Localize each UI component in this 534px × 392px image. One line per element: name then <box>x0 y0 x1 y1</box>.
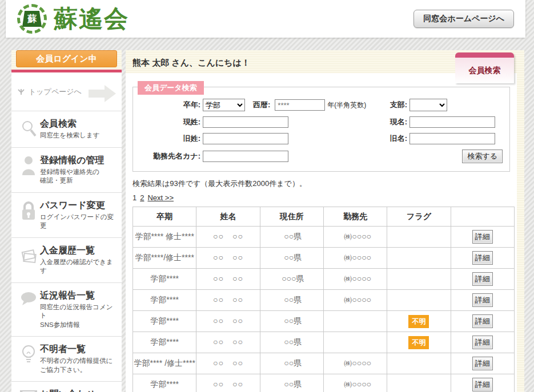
sidebar-item-title: パスワード変更 <box>40 200 105 210</box>
seireki-label: 西暦: <box>247 100 272 110</box>
cell-grad-period: 学部**** <box>133 311 196 332</box>
table-row: 学部**** 修士**** ○○ ○○ ○○県 ㈱○○○○ 詳細 <box>133 227 515 248</box>
tab-member-search[interactable]: 会員検索 <box>455 52 514 83</box>
old-surname-label: 旧姓: <box>139 134 203 144</box>
cell-flag: 不明 <box>387 332 451 353</box>
old-givenname-input[interactable] <box>409 133 495 144</box>
sidebar-item-title: お問い合わせ <box>40 389 96 392</box>
branch-select[interactable] <box>409 99 447 111</box>
sidebar: 会員ログイン中 トップページへ 会員検索 同窓生を検索します 登録情報の管理 <box>11 50 122 392</box>
site-header: 蘇 蘇遙会 同窓会ホームページへ <box>6 0 525 38</box>
unknown-flag-badge: 不明 <box>408 336 429 349</box>
sidebar-item-status-reports[interactable]: 近況報告一覧 同窓生の近況報告コメント SNS参加情報 <box>11 283 122 337</box>
cell-workplace: ㈱○○○○ <box>323 290 387 311</box>
cell-workplace: ㈱○○○○ <box>323 353 387 374</box>
cell-name: ○○ ○○ <box>196 374 260 392</box>
grad-year-input[interactable] <box>275 99 325 111</box>
page-current: 1 <box>133 193 136 202</box>
alumni-homepage-button[interactable]: 同窓会ホームページへ <box>413 10 514 28</box>
table-row: 学部**** ○○ ○○ ○○県 不明 詳細 <box>133 332 515 353</box>
workplace-kana-input[interactable] <box>203 151 288 162</box>
result-summary-text: 検索結果は93件です（最大表示件数2000件まで）。 <box>126 172 517 189</box>
next-page-link[interactable]: Next >> <box>147 193 174 202</box>
old-givenname-label: 旧名: <box>374 134 409 144</box>
cell-name: ○○ ○○ <box>196 311 260 332</box>
cell-address: ○○県 <box>260 290 323 311</box>
cell-flag <box>387 353 451 374</box>
person-icon <box>17 155 40 176</box>
lightbulb-icon <box>17 343 40 365</box>
cell-address: ○○県 <box>260 227 323 248</box>
site-logo-stamp-icon: 蘇 <box>17 4 47 34</box>
pagination: 1 2 Next >> <box>126 189 517 205</box>
cell-address: ○○県 <box>260 374 323 392</box>
results-tbody: 学部**** 修士**** ○○ ○○ ○○県 ㈱○○○○ 詳細 学部****/… <box>133 227 515 392</box>
search-submit-button[interactable]: 検索する <box>462 149 503 163</box>
lock-icon <box>17 200 40 221</box>
cell-flag <box>387 374 451 392</box>
cell-detail: 詳細 <box>451 353 514 374</box>
old-surname-input[interactable] <box>203 133 288 144</box>
login-status-badge: 会員ログイン中 <box>16 50 117 67</box>
sidebar-item-title: 不明者一覧 <box>40 344 86 354</box>
cell-grad-period: 学部****/修士**** <box>133 248 196 269</box>
cell-detail: 詳細 <box>451 269 514 290</box>
detail-button[interactable]: 詳細 <box>472 336 493 349</box>
detail-button[interactable]: 詳細 <box>472 378 493 391</box>
branch-label: 支部: <box>374 100 409 110</box>
table-row: 学部**** ○○ ○○ ○○県 ㈱○○○○ 詳細 <box>133 290 515 311</box>
detail-button[interactable]: 詳細 <box>472 272 493 286</box>
cell-flag <box>387 290 451 311</box>
sidebar-item-missing-members[interactable]: 不明者一覧 不明者の方の情報提供に ご協力下さい。 <box>11 337 122 382</box>
sidebar-item-member-search[interactable]: 会員検索 同窓生を検索します <box>11 111 122 148</box>
cell-workplace: ㈱○○○○ <box>323 374 387 392</box>
detail-button[interactable]: 詳細 <box>472 230 493 244</box>
table-row: 学部**** /修士**** ○○ ○○ ○○県 ㈱○○○○ 詳細 <box>133 353 515 374</box>
cell-detail: 詳細 <box>451 248 514 269</box>
sidebar-item-title: 会員検索 <box>40 119 77 128</box>
cell-name: ○○ ○○ <box>196 290 260 311</box>
current-surname-input[interactable] <box>203 116 288 128</box>
speech-bubble-icon <box>17 290 40 307</box>
col-header-detail <box>451 207 514 227</box>
form-legend: 会員データ検索 <box>138 81 204 95</box>
sidebar-item-subtitle: 入金履歴の確認ができます <box>40 258 117 276</box>
table-row: 学部**** ○○ ○○ ○○県 ㈱○○○○ 詳細 <box>133 374 515 392</box>
cell-name: ○○ ○○ <box>196 248 260 269</box>
big-arrow-right-icon <box>89 85 117 102</box>
cell-grad-period: 学部**** <box>133 374 196 392</box>
sidebar-item-contact[interactable]: お問い合わせ 事務局への連絡など <box>11 382 122 392</box>
workplace-kana-label: 勤務先名カナ: <box>139 151 203 161</box>
cell-flag <box>387 227 451 248</box>
sidebar-item-subtitle: 登録情報や連絡先の 確認・更新 <box>40 168 117 185</box>
table-row: 学部**** ○○ ○○ ○○○県 ㈱○○○○ 詳細 <box>133 269 515 290</box>
detail-button[interactable]: 詳細 <box>472 293 493 307</box>
page-2-link[interactable]: 2 <box>140 193 144 202</box>
sidebar-item-subtitle: 不明者の方の情報提供に ご協力下さい。 <box>40 357 117 374</box>
unknown-flag-badge: 不明 <box>408 315 429 328</box>
current-surname-label: 現姓: <box>139 117 203 127</box>
current-givenname-input[interactable] <box>409 116 495 128</box>
cell-address: ○○県 <box>260 311 323 332</box>
cell-detail: 詳細 <box>451 227 514 248</box>
detail-button[interactable]: 詳細 <box>472 314 493 328</box>
cell-workplace <box>323 332 387 353</box>
sidebar-item-payment-history[interactable]: 入金履歴一覧 入金履歴の確認ができます <box>11 238 122 283</box>
cell-detail: 詳細 <box>451 311 514 332</box>
col-header-name: 姓名 <box>196 207 260 227</box>
sidebar-item-password-change[interactable]: パスワード変更 ログインパスワードの変更 <box>11 193 122 238</box>
site-title: 蘇遙会 <box>54 7 129 31</box>
envelope-icon <box>17 389 40 392</box>
table-row: 学部**** ○○ ○○ ○○県 不明 詳細 <box>133 311 515 332</box>
main-content: 熊本 太郎 さん、こんにちは！ 会員検索 会員データ検索 卒年: 学部 西暦: … <box>126 50 524 392</box>
col-header-grad-period: 卒期 <box>133 207 196 227</box>
sidebar-item-top-page[interactable]: トップページへ <box>11 72 122 111</box>
col-header-flag: フラグ <box>387 207 451 227</box>
sidebar-item-registration-info[interactable]: 登録情報の管理 登録情報や連絡先の 確認・更新 <box>11 148 122 193</box>
cell-grad-period: 学部**** <box>133 332 196 353</box>
grad-type-select[interactable]: 学部 <box>203 99 245 111</box>
cell-address: ○○○県 <box>260 269 323 290</box>
detail-button[interactable]: 詳細 <box>472 357 493 370</box>
detail-button[interactable]: 詳細 <box>472 251 493 265</box>
cell-grad-period: 学部**** <box>133 269 196 290</box>
